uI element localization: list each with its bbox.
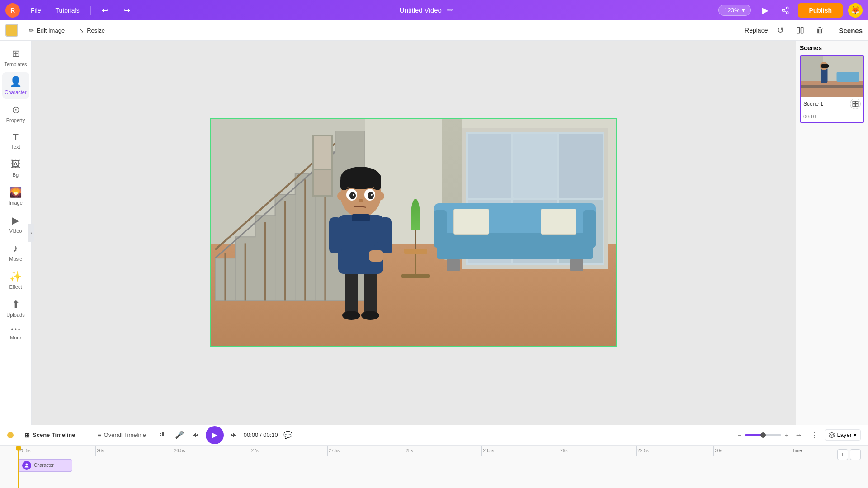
scene-thumb-bar — [801, 85, 863, 88]
character-track-item[interactable]: Character — [18, 459, 72, 472]
share-button[interactable] — [778, 3, 793, 18]
svg-point-41 — [337, 192, 344, 200]
right-panel-title: Scenes — [800, 44, 864, 52]
topbar-right: ▶ Publish 🦊 — [758, 3, 863, 18]
skip-forward-button[interactable]: ⏭ — [227, 429, 240, 441]
zoom-minus-icon: − — [738, 432, 741, 439]
zoom-control[interactable]: 123% ▾ — [718, 5, 751, 16]
scene-thumb-image — [801, 56, 863, 97]
topbar-divider-1 — [90, 6, 91, 15]
sidebar-item-bg[interactable]: 🖼 Bg — [2, 155, 29, 181]
preview-play-button[interactable]: ▶ — [758, 3, 773, 18]
resize-button[interactable]: ⤡ Resize — [75, 25, 108, 36]
main-layout: ⊞ Templates 👤 Character ⊙ Property T Tex… — [0, 41, 868, 425]
svg-line-4 — [784, 8, 787, 9]
add-icon: ⊞ — [24, 432, 30, 439]
user-avatar[interactable]: 🦊 — [848, 3, 863, 18]
svg-point-40 — [359, 199, 363, 202]
skip-back-button[interactable]: ⏮ — [189, 429, 202, 441]
file-menu-button[interactable]: File — [27, 5, 45, 16]
toolbar-right: Replace ↺ 🗑 Scenes — [745, 23, 863, 38]
video-icon: ▶ — [12, 215, 19, 226]
ruler-mark: 25.5s — [18, 446, 95, 456]
svg-rect-5 — [797, 27, 800, 33]
sidebar-item-more[interactable]: • • • More — [2, 323, 29, 344]
sidebar-item-effect[interactable]: ✨ Effect — [2, 267, 29, 293]
tab-divider — [86, 431, 86, 440]
refresh-button[interactable]: ↺ — [773, 23, 788, 38]
sidebar-item-video[interactable]: ▶ Video — [2, 211, 29, 237]
music-icon: ♪ — [13, 243, 18, 254]
canvas-area — [32, 41, 796, 425]
edit-image-button[interactable]: ✏ Edit Image — [25, 25, 68, 36]
templates-icon: ⊞ — [12, 48, 20, 60]
scene-background — [211, 119, 616, 346]
svg-point-2 — [787, 12, 789, 14]
scene-thumbnail-1[interactable]: Scene 1 00:10 — [800, 55, 864, 123]
sidebar-item-text[interactable]: T Text — [2, 128, 29, 153]
canvas-frame[interactable] — [210, 118, 617, 347]
app-logo: R — [5, 3, 20, 18]
sidebar-collapse-button[interactable]: › — [28, 224, 34, 242]
ruler-mark: 28s — [405, 446, 482, 456]
edit-toolbar: ✏ Edit Image ⤡ Resize Replace ↺ 🗑 Scenes — [0, 20, 868, 41]
timeline-zoom-out-button[interactable]: - — [850, 449, 861, 460]
ruler-mark: 27s — [250, 446, 327, 456]
svg-rect-51 — [821, 64, 829, 68]
character[interactable] — [325, 147, 397, 328]
zoom-slider[interactable] — [745, 434, 781, 436]
visibility-button[interactable]: 👁 — [157, 429, 170, 441]
track-character-avatar — [22, 461, 31, 470]
timeline-zoom-in-button[interactable]: + — [837, 449, 848, 460]
publish-button[interactable]: Publish — [798, 3, 843, 18]
character-icon: 👤 — [9, 76, 22, 88]
split-view-button[interactable] — [793, 23, 807, 38]
record-button[interactable]: 🎤 — [173, 429, 186, 441]
time-display: 00:00 / 00:10 — [244, 432, 278, 438]
svg-point-37 — [368, 192, 374, 199]
scene-timeline-dot — [7, 432, 14, 438]
svg-point-23 — [342, 311, 360, 320]
sofa — [434, 203, 596, 272]
playhead[interactable] — [18, 446, 19, 488]
sidebar-item-label: Templates — [4, 61, 27, 67]
timeline-ruler: 25.5s 26s 26.5s 27s 27.5s 28s 28.5s 29s … — [0, 446, 868, 488]
sidebar-item-templates[interactable]: ⊞ Templates — [2, 44, 29, 70]
image-icon: 🌄 — [9, 187, 22, 198]
svg-point-57 — [26, 463, 28, 465]
color-box[interactable] — [5, 24, 18, 37]
sidebar-item-music[interactable]: ♪ Music — [2, 239, 29, 265]
delete-button[interactable]: 🗑 — [813, 23, 827, 38]
edit-title-icon[interactable]: ✏ — [447, 6, 453, 14]
overall-timeline-tab[interactable]: ≡ Overall Timeline — [94, 430, 149, 441]
sidebar-item-character[interactable]: 👤 Character — [2, 72, 29, 99]
scene-settings-button[interactable] — [850, 99, 861, 109]
sidebar-item-uploads[interactable]: ⬆ Uploads — [2, 295, 29, 321]
svg-point-24 — [361, 311, 379, 320]
svg-rect-55 — [856, 104, 858, 107]
play-button[interactable]: ▶ — [206, 426, 224, 444]
svg-point-42 — [378, 192, 384, 200]
caption-button[interactable]: 💬 — [282, 429, 294, 441]
tutorials-button[interactable]: Tutorials — [52, 5, 83, 16]
sidebar-item-image[interactable]: 🌄 Image — [2, 183, 29, 209]
timeline-area: ⊞ Scene Timeline ≡ Overall Timeline 👁 🎤 … — [0, 425, 868, 488]
sidebar-item-property[interactable]: ⊙ Property — [2, 100, 29, 127]
svg-point-1 — [783, 9, 785, 11]
scene-time: 00:10 — [803, 114, 816, 119]
redo-button[interactable]: ↪ — [120, 3, 134, 18]
scene-name: Scene 1 — [803, 101, 823, 107]
playhead-handle[interactable] — [16, 446, 21, 451]
layer-dropdown[interactable]: Layer ▾ — [825, 429, 861, 441]
sidebar-item-label: Uploads — [6, 312, 24, 318]
fit-width-button[interactable]: ↔ — [792, 429, 805, 441]
replace-button[interactable]: Replace — [745, 27, 768, 34]
playback-controls: 👁 🎤 ⏮ ▶ ⏭ 00:00 / 00:10 💬 — [157, 426, 294, 444]
svg-rect-48 — [837, 72, 859, 82]
svg-rect-52 — [853, 101, 855, 103]
resize-icon: ⤡ — [79, 27, 84, 34]
scenes-label: Scenes — [839, 27, 863, 34]
more-options-button[interactable]: ⋮ — [808, 429, 821, 441]
scene-timeline-tab[interactable]: ⊞ Scene Timeline — [21, 430, 79, 441]
undo-button[interactable]: ↩ — [98, 3, 113, 18]
